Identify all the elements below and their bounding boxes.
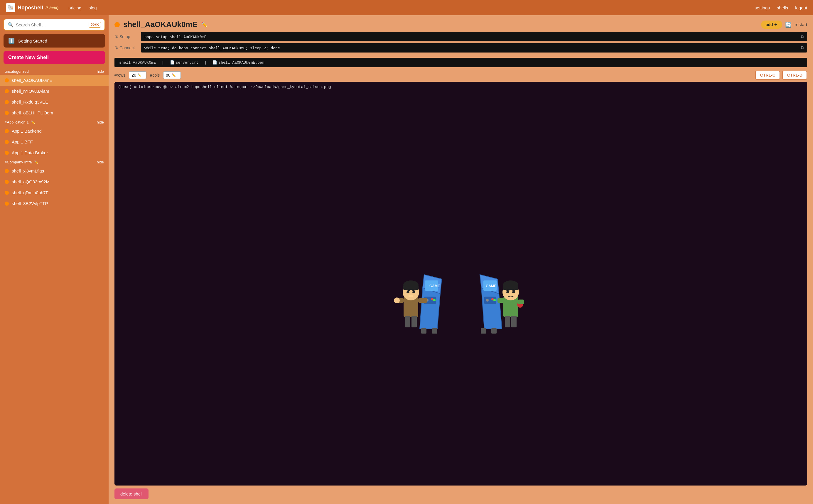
file-icon1: 📄 (170, 60, 175, 65)
ctrl-d-button[interactable]: CTRL-D (782, 71, 807, 80)
setup-label: ① Setup (114, 34, 138, 39)
connect-row: ② Connect while true; do hopo connect sh… (114, 43, 807, 53)
delete-shell-button[interactable]: delete shell (114, 488, 148, 499)
sidebar-item-shell3[interactable]: shell_Rxd8lq3VEE (0, 97, 109, 107)
shell-status-dot (5, 100, 9, 104)
sidebar: 🔍 ⌘+K ℹ️ Getting Started Create New Shel… (0, 15, 109, 504)
hide-uncategorized-button[interactable]: hide (97, 69, 104, 74)
terminal-command-text: (base) antoinetrouve@roz-air-m2 hoposhel… (118, 85, 331, 89)
edit-cols-icon[interactable]: ✏️ (172, 73, 176, 77)
shell-status-dot (5, 191, 9, 195)
restart-icon: 🔄 (785, 21, 792, 28)
create-new-shell-button[interactable]: Create New Shell (4, 51, 105, 64)
file-bar-file1[interactable]: 📄 server.crt (170, 60, 199, 65)
infra-name: #Company Infra (5, 160, 32, 164)
app1-name: #Application 1 (5, 120, 29, 124)
info-icon: ℹ️ (8, 38, 15, 44)
shell-title-area: shell_AaOKAUk0mE ✏️ (114, 20, 207, 29)
setup-num: ① (114, 34, 119, 39)
file-bar-sep1: | (162, 60, 164, 65)
svg-point-39 (506, 291, 509, 293)
section-header-infra: #Company Infra ✏️ hide (0, 158, 109, 165)
section-name-uncategorized: uncategorized (5, 69, 29, 74)
sidebar-item-infra2[interactable]: shell_aQO33rx92M (0, 176, 109, 187)
file-bar: shell_AaOKAUk0mE | 📄 server.crt | 📄 shel… (114, 58, 807, 67)
nav-blog[interactable]: blog (88, 5, 97, 10)
section-header-app1: #Application 1 ✏️ hide (0, 118, 109, 126)
nav-shells[interactable]: shells (777, 5, 788, 10)
copy-connect-icon[interactable]: ⧉ (801, 45, 804, 50)
nav-logout[interactable]: logout (795, 5, 807, 10)
edit-icon-app1[interactable]: ✏️ (31, 120, 35, 124)
hide-app1-button[interactable]: hide (97, 120, 104, 124)
sidebar-item-infra1[interactable]: shell_xj8ymLflgs (0, 165, 109, 176)
svg-rect-33 (405, 316, 410, 327)
file-icon2: 📄 (212, 60, 217, 65)
svg-rect-38 (503, 285, 518, 290)
svg-point-26 (413, 291, 415, 293)
setup-cmd-box: hopo setup shell_AaOKAUk0mE ⧉ (141, 32, 807, 41)
shell-status-dot (5, 78, 9, 82)
search-input[interactable] (16, 22, 86, 27)
shell-item-label: App 1 Backend (12, 128, 42, 133)
edit-icon-infra[interactable]: ✏️ (34, 160, 38, 164)
file-bar-file2[interactable]: 📄 shell_AaOKAUk0mE.pem (212, 60, 264, 65)
file-bar-shell-name: shell_AaOKAUk0mE (119, 60, 156, 65)
shell-item-label: shell_AaOKAUk0mE (12, 78, 52, 83)
shell-status-dot (5, 169, 9, 173)
getting-started-button[interactable]: ℹ️ Getting Started (4, 34, 105, 48)
cols-label: #cols (150, 73, 160, 77)
section-header-uncategorized: uncategorized hide (0, 67, 109, 75)
sidebar-item-infra3[interactable]: shell_qDmln0bh7F (0, 187, 109, 198)
file-bar-sep2: | (204, 60, 207, 65)
edit-rows-icon[interactable]: ✏️ (137, 73, 141, 77)
svg-rect-5 (421, 328, 427, 334)
cols-value[interactable]: 80 (166, 73, 170, 77)
app-name: Hoposhell (18, 5, 43, 11)
svg-rect-47 (505, 316, 510, 327)
sidebar-item-app1-bff[interactable]: App 1 BFF (0, 136, 109, 147)
svg-marker-1 (420, 288, 440, 329)
hide-infra-button[interactable]: hide (97, 160, 104, 164)
connect-cmd-box: while true; do hopo connect shell_AaOKAU… (141, 43, 807, 53)
shell-header: shell_AaOKAUk0mE ✏️ add ✦ 🔄 restart (109, 15, 813, 32)
getting-started-label: Getting Started (18, 38, 47, 43)
svg-rect-24 (403, 285, 419, 290)
svg-text:GAME: GAME (430, 284, 440, 288)
sidebar-item-shell4[interactable]: shell_oB1HHPUOom (0, 107, 109, 118)
svg-rect-45 (498, 298, 504, 303)
add-button[interactable]: add ✦ (761, 21, 782, 29)
nav-settings[interactable]: settings (755, 5, 770, 10)
copy-setup-icon[interactable]: ⧉ (801, 34, 804, 39)
rows-input-container: 20 ✏️ (129, 71, 146, 79)
search-shortcut: ⌘+K (89, 22, 101, 28)
rows-value[interactable]: 20 (131, 73, 136, 77)
svg-rect-16 (491, 328, 497, 334)
shell-status-dot (5, 202, 9, 206)
terminal-output: (base) antoinetrouve@roz-air-m2 hoposhel… (114, 82, 807, 90)
ctrl-c-button[interactable]: CTRL-C (755, 71, 780, 80)
shell-header-actions: add ✦ 🔄 restart (761, 21, 807, 29)
restart-button[interactable]: restart (795, 22, 807, 27)
create-new-label: Create New Shell (8, 55, 49, 60)
svg-point-40 (512, 291, 515, 293)
sidebar-item-shell1[interactable]: shell_AaOKAUk0mE (0, 75, 109, 86)
shell-item-label: App 1 BFF (12, 139, 33, 144)
nav-pricing[interactable]: pricing (68, 5, 81, 10)
terminal-area[interactable]: (base) antoinetrouve@roz-air-m2 hoposhel… (114, 82, 807, 486)
svg-point-19 (491, 298, 494, 300)
sidebar-item-app1-backend[interactable]: App 1 Backend (0, 126, 109, 136)
sidebar-item-infra4[interactable]: shell_3B2VvlpTTP (0, 198, 109, 209)
sidebar-item-shell2[interactable]: shell_nYOv83Aiam (0, 86, 109, 97)
terminal-image: GAME GAME (114, 90, 807, 479)
svg-rect-46 (518, 300, 524, 304)
shell-info: ① Setup hopo setup shell_AaOKAUk0mE ⧉ ② … (109, 32, 813, 58)
svg-rect-15 (481, 328, 486, 334)
svg-text:GAME: GAME (486, 284, 496, 288)
shell-title-edit-icon[interactable]: ✏️ (201, 21, 207, 28)
beta-badge: (* beta) (45, 6, 58, 10)
terminal-toolbar-left: #rows 20 ✏️ #cols 80 ✏️ (114, 71, 181, 79)
sidebar-item-app1-databroker[interactable]: App 1 Data Broker (0, 147, 109, 158)
shell-item-label: shell_3B2VvlpTTP (12, 201, 48, 206)
nav-links: pricing blog (68, 5, 97, 10)
